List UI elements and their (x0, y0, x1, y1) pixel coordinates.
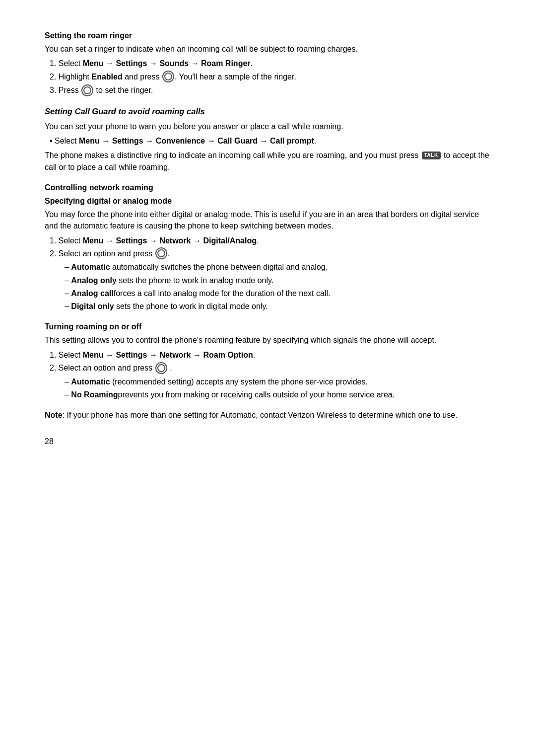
section-call-guard: Setting Call Guard to avoid roaming call… (45, 106, 491, 173)
call-guard-label: Call Guard (217, 137, 258, 145)
settings-label-2: Settings (112, 137, 143, 145)
roam-ringer-step-1: 1. Select Menu → Settings → Sounds → Roa… (50, 58, 491, 69)
digital-analog-step-1: 1. Select Menu → Settings → Network → Di… (50, 235, 491, 246)
call-guard-extra: The phone makes a distinctive ring to in… (45, 150, 491, 172)
option-automatic: Automatic automatically switches the pho… (65, 261, 491, 273)
section-turning-roaming: Turning roaming on or off This setting a… (45, 321, 491, 400)
digital-analog-step-2: 2. Select an option and press . (50, 248, 491, 260)
roam-ringer-step-3: 3. Press to set the ringer. (50, 84, 491, 97)
section-roam-ringer: Setting the roam ringer You can set a ri… (45, 30, 491, 97)
option-no-roaming: No Roamingprevents you from making or re… (65, 389, 491, 400)
note-section: Note: If your phone has more than one se… (45, 409, 491, 421)
menu-label-4: Menu (83, 351, 104, 359)
section-network-roaming: Controlling network roaming Specifying d… (45, 182, 491, 312)
network-label-2: Network (159, 351, 191, 359)
roam-option-step-1: 1. Select Menu → Settings → Network → Ro… (50, 349, 491, 361)
roam-ringer-label: Roam Ringer (201, 59, 251, 68)
menu-label: Menu (83, 59, 104, 68)
settings-label-3: Settings (116, 236, 147, 245)
settings-label-4: Settings (116, 351, 147, 359)
note-text: Note: If your phone has more than one se… (45, 409, 491, 421)
page-content: Setting the roam ringer You can set a ri… (45, 30, 491, 447)
page-number: 28 (45, 436, 491, 447)
roam-ringer-step-2: 2. Highlight Enabled and press . You'll … (50, 71, 491, 83)
ok-button-icon-4 (155, 362, 167, 374)
call-prompt-label: Call prompt (270, 137, 314, 145)
ok-button-icon-3 (155, 247, 167, 259)
roam-option-sub-list: Automatic (recommended setting) accepts … (65, 376, 491, 400)
enabled-label: Enabled (92, 73, 123, 81)
ok-button-icon (162, 71, 174, 82)
option-analog-call: Analog callforces a call into analog mod… (65, 288, 491, 299)
digital-analog-intro: You may force the phone into either digi… (45, 209, 491, 231)
call-guard-bullet: Select Menu → Settings → Convenience → C… (50, 135, 491, 147)
option-roam-automatic: Automatic (recommended setting) accepts … (65, 376, 491, 387)
section-heading-call-guard: Setting Call Guard to avoid roaming call… (45, 106, 491, 118)
section-heading-digital-analog: Specifying digital or analog mode (45, 195, 491, 207)
roam-ringer-intro: You can set a ringer to indicate when an… (45, 43, 491, 55)
sounds-label: Sounds (159, 59, 189, 68)
menu-label-2: Menu (79, 137, 100, 145)
option-analog-only: Analog only sets the phone to work in an… (65, 275, 491, 286)
turning-roaming-intro: This setting allows you to control the p… (45, 334, 491, 346)
roam-option-label: Roam Option (203, 351, 253, 359)
section-heading-roam-ringer: Setting the roam ringer (45, 30, 491, 41)
talk-button-icon: TALK (422, 151, 441, 160)
section-heading-turning-roaming: Turning roaming on or off (45, 321, 491, 332)
digital-analog-label: Digital/Analog (203, 236, 257, 245)
call-guard-intro: You can set your phone to warn you befor… (45, 121, 491, 132)
option-digital-only: Digital only sets the phone to work in d… (65, 301, 491, 312)
digital-analog-sub-list: Automatic automatically switches the pho… (65, 261, 491, 312)
menu-label-3: Menu (83, 236, 104, 245)
convenience-label: Convenience (156, 137, 205, 145)
network-label-1: Network (159, 236, 191, 245)
section-heading-controlling: Controlling network roaming (45, 182, 491, 193)
settings-label: Settings (116, 59, 147, 68)
roam-option-step-2: 2. Select an option and press . (50, 362, 491, 375)
ok-button-icon-2 (81, 84, 93, 96)
